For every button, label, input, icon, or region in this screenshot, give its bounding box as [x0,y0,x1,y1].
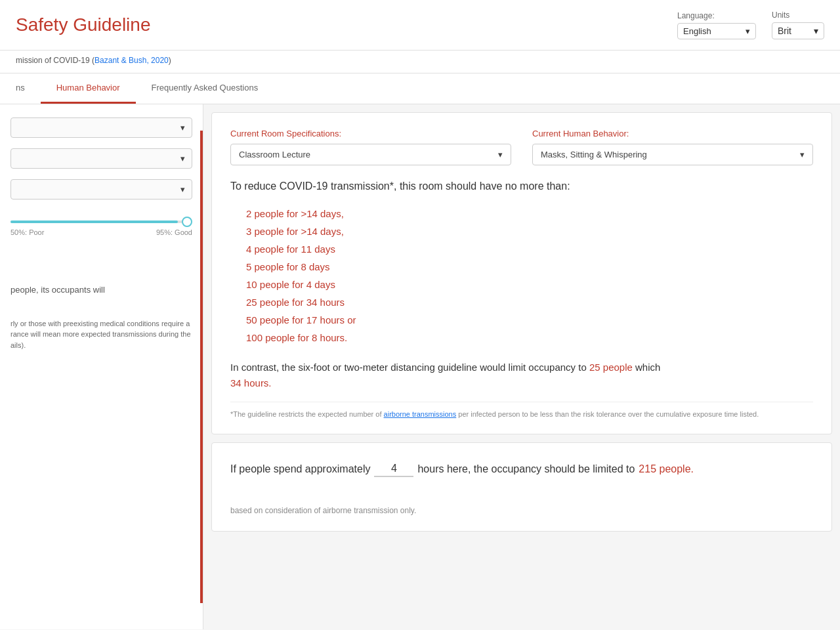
list-item: 100 people for 8 hours. [246,329,813,346]
tabs-bar: ns Human Behavior Frequently Asked Quest… [0,74,840,104]
chevron-down-icon: ▾ [746,26,750,36]
behavior-spec-group: Current Human Behavior: Masks, Sitting &… [532,129,813,165]
header-controls: Language: English ▾ Units Brit ▾ [677,10,824,39]
contrast-prefix: In contrast, the six-foot or two-meter d… [230,362,589,373]
chevron-down-icon: ▾ [800,150,805,159]
sidebar-dropdown-group-2: ▾ [10,148,192,169]
header: Safety Guideline Language: English ▾ Uni… [0,0,840,51]
subtitle: mission of COVID-19 (Bazant & Bush, 2020… [0,51,840,74]
hours-input[interactable] [374,461,413,477]
list-item: 3 people for >14 days, [246,222,813,240]
sidebar-note: rly or those with preexisting medical co… [10,318,192,351]
slider-fill [10,220,178,223]
sidebar-bottom-text-1: people, its occupants will [10,284,192,297]
subtitle-suffix: ) [169,56,171,65]
units-select[interactable]: Brit ▾ [772,22,824,39]
behavior-value: Masks, Sitting & Whispering [541,150,647,159]
slider-min-label: 50%: Poor [10,228,44,236]
subtitle-prefix: mission of COVID-19 ( [16,56,94,65]
sidebar: ▾ ▾ ▾ 50%: Poor 95%: Good [0,104,203,629]
footnote-suffix: per infected person to be less than the … [456,410,759,418]
slider-labels: 50%: Poor 95%: Good [10,228,192,236]
sidebar-dropdown-2[interactable]: ▾ [10,148,192,169]
occupancy-list: 2 people for >14 days, 3 people for >14 … [230,205,813,346]
units-control: Units Brit ▾ [772,10,824,39]
tab-room[interactable]: ns [0,74,41,104]
room-specs-label: Current Room Specifications: [230,129,511,138]
footnote-text: *The guideline restricts the expected nu… [230,410,384,418]
language-control: Language: English ▾ [677,11,756,39]
list-item: 2 people for >14 days, [246,205,813,222]
list-item: 10 people for 4 days [246,276,813,293]
bottom-prefix: If people spend approximately [230,459,370,480]
chevron-down-icon: ▾ [814,26,818,36]
room-specs-value: Classroom Lecture [239,150,310,159]
footnote: *The guideline restricts the expected nu… [230,402,813,418]
sidebar-dropdown-1[interactable]: ▾ [10,117,192,138]
chevron-down-icon: ▾ [180,123,185,133]
tab-human-behavior[interactable]: Human Behavior [41,74,136,104]
slider-thumb[interactable] [182,217,192,227]
contrast-text: In contrast, the six-foot or two-meter d… [230,360,813,391]
main-card: Current Room Specifications: Classroom L… [211,112,832,434]
behavior-dropdown[interactable]: Masks, Sitting & Whispering ▾ [532,144,813,165]
slider-section: 50%: Poor 95%: Good [10,215,192,236]
interactive-statement: If people spend approximately hours here… [230,459,813,480]
tab-faq[interactable]: Frequently Asked Questions [136,74,274,104]
sidebar-dropdown-group-1: ▾ [10,117,192,138]
bottom-card: If people spend approximately hours here… [211,442,832,532]
bottom-middle: hours here, the occupancy should be limi… [417,459,635,480]
units-label: Units [772,10,824,20]
chevron-down-icon: ▾ [498,150,503,159]
room-specs-dropdown[interactable]: Classroom Lecture ▾ [230,144,511,165]
list-item: 5 people for 8 days [246,258,813,276]
bottom-highlight: 215 people. [639,459,694,480]
bottom-footnote: based on consideration of airborne trans… [230,506,813,515]
footnote-link[interactable]: airborne transmissions [384,410,457,418]
language-label: Language: [677,11,756,20]
page-title: Safety Guideline [16,14,150,35]
list-item: 25 people for 34 hours [246,293,813,311]
units-value: Brit [778,26,791,36]
room-specs-row: Current Room Specifications: Classroom L… [230,129,813,165]
main-statement: To reduce COVID-19 transmission*, this r… [230,178,813,194]
list-item: 4 people for 11 days [246,240,813,258]
slider-max-label: 95%: Good [156,228,192,236]
subtitle-link[interactable]: Bazant & Bush, 2020 [94,56,169,65]
content-area: Current Room Specifications: Classroom L… [203,104,840,629]
contrast-highlight: 25 people [589,362,633,373]
chevron-down-icon: ▾ [180,184,185,194]
room-spec-group: Current Room Specifications: Classroom L… [230,129,511,165]
language-value: English [683,26,711,36]
chevron-down-icon: ▾ [180,154,185,163]
contrast-line2: 34 hours. [230,377,272,388]
contrast-suffix: which [633,362,661,373]
behavior-label: Current Human Behavior: [532,129,813,138]
main-layout: ▾ ▾ ▾ 50%: Poor 95%: Good [0,104,840,629]
language-select[interactable]: English ▾ [677,23,756,39]
sidebar-dropdown-3[interactable]: ▾ [10,179,192,200]
sidebar-red-line [200,131,203,603]
list-item: 50 people for 17 hours or [246,311,813,329]
slider-track [10,220,192,223]
sidebar-dropdown-group-3: ▾ [10,179,192,200]
